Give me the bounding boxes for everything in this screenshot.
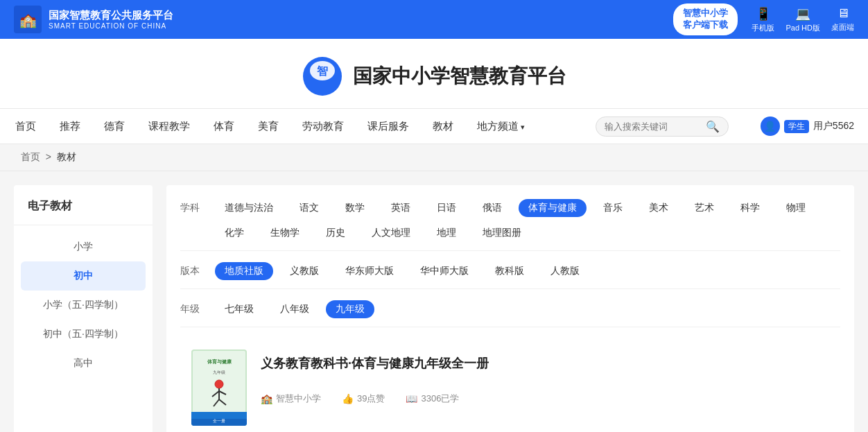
client-download-button[interactable]: 智慧中小学 客户端下载 bbox=[673, 3, 738, 35]
platform-links: 📱 手机版 💻 Pad HD版 🖥 桌面端 bbox=[752, 6, 854, 33]
book-title: 义务教育教科书·体育与健康九年级全一册 bbox=[261, 355, 829, 372]
filter-tag-hznu[interactable]: 华中师大版 bbox=[410, 262, 478, 280]
filter-tag-music[interactable]: 音乐 bbox=[593, 199, 632, 217]
mobile-icon: 📱 bbox=[756, 6, 771, 21]
filter-tag-fine-arts[interactable]: 美术 bbox=[639, 199, 678, 217]
filter-tag-grade7[interactable]: 七年级 bbox=[215, 300, 263, 318]
sidebar-item-middle[interactable]: 初中 bbox=[21, 261, 146, 291]
filter-tag-grade9[interactable]: 九年级 bbox=[326, 300, 374, 318]
filter-tag-geology[interactable]: 地质社版 bbox=[215, 262, 273, 280]
search-input[interactable] bbox=[605, 121, 702, 132]
svg-text:九年级: 九年级 bbox=[213, 370, 225, 374]
publisher-icon: 🏫 bbox=[261, 393, 272, 404]
filter-tag-chinese[interactable]: 语文 bbox=[290, 199, 329, 217]
logo-text: 国家智慧教育公共服务平台 SMART EDUCATION OF CHINA bbox=[49, 8, 173, 31]
top-bar: 🏫 国家智慧教育公共服务平台 SMART EDUCATION OF CHINA … bbox=[0, 0, 868, 39]
filter-row-version: 版本 地质社版 义教版 华东师大版 华中师大版 教科版 人教版 bbox=[180, 262, 840, 289]
filter-tags-subject: 道德与法治 语文 数学 英语 日语 俄语 体育与健康 音乐 美术 艺术 科学 物… bbox=[215, 199, 840, 242]
nav-item-moral[interactable]: 德育 bbox=[103, 120, 126, 133]
filter-tag-moral-law[interactable]: 道德与法治 bbox=[215, 199, 283, 217]
avatar: 👤 bbox=[761, 116, 780, 136]
filter-tag-geoatlas[interactable]: 地理图册 bbox=[473, 224, 531, 242]
desktop-link[interactable]: 🖥 桌面端 bbox=[831, 6, 854, 33]
book-publisher: 🏫 智慧中小学 bbox=[261, 392, 321, 405]
svg-text:全一册: 全一册 bbox=[213, 419, 225, 423]
sidebar-item-primary[interactable]: 小学 bbox=[14, 232, 153, 261]
nav-item-recommend[interactable]: 推荐 bbox=[58, 120, 82, 133]
filter-tag-arts[interactable]: 艺术 bbox=[685, 199, 724, 217]
filter-tag-russian[interactable]: 俄语 bbox=[473, 199, 512, 217]
filter-tag-chemistry[interactable]: 化学 bbox=[215, 224, 254, 242]
nav-item-textbook[interactable]: 教材 bbox=[431, 120, 455, 133]
logo-icon: 🏫 bbox=[14, 6, 42, 33]
book-likes: 👍 39点赞 bbox=[342, 392, 385, 405]
nav-item-local[interactable]: 地方频道 bbox=[476, 120, 526, 133]
sidebar-items: 小学 初中 小学（五·四学制） 初中（五·四学制） 高中 bbox=[14, 225, 153, 385]
filter-row-subject: 学科 道德与法治 语文 数学 英语 日语 俄语 体育与健康 音乐 美术 艺术 科… bbox=[180, 199, 840, 251]
filter-tag-renjiао[interactable]: 人教版 bbox=[541, 262, 589, 280]
filter-row-grade: 年级 七年级 八年级 九年级 bbox=[180, 300, 840, 327]
filter-label-subject: 学科 bbox=[180, 202, 201, 214]
pad-icon: 💻 bbox=[795, 6, 810, 21]
svg-text:智: 智 bbox=[316, 65, 328, 77]
nav-item-sports[interactable]: 体育 bbox=[212, 120, 236, 133]
svg-point-11 bbox=[215, 380, 223, 388]
filter-label-version: 版本 bbox=[180, 265, 201, 277]
book-learners: 📖 3306已学 bbox=[406, 392, 459, 405]
hero-title: 国家中小学智慧教育平台 bbox=[353, 63, 566, 89]
filter-tag-biology[interactable]: 生物学 bbox=[261, 224, 309, 242]
filter-tag-math[interactable]: 数学 bbox=[336, 199, 374, 217]
mobile-link[interactable]: 📱 手机版 bbox=[752, 6, 774, 33]
top-bar-right: 智慧中小学 客户端下载 📱 手机版 💻 Pad HD版 🖥 桌面端 bbox=[673, 3, 854, 35]
filter-tags-grade: 七年级 八年级 九年级 bbox=[215, 300, 374, 318]
breadcrumb-home[interactable]: 首页 bbox=[21, 151, 40, 162]
nav-item-arts[interactable]: 美育 bbox=[257, 120, 280, 133]
sidebar-item-middle-54[interactable]: 初中（五·四学制） bbox=[14, 320, 153, 349]
nav-item-course[interactable]: 课程教学 bbox=[147, 120, 191, 133]
user-area: 👤 学生 用户5562 bbox=[761, 116, 854, 136]
filter-tag-yijiao[interactable]: 义教版 bbox=[280, 262, 329, 280]
hero-logo-icon: 智 bbox=[302, 55, 343, 97]
svg-text:🏫: 🏫 bbox=[19, 12, 37, 28]
filter-tag-science[interactable]: 科学 bbox=[731, 199, 770, 217]
user-name: 用户5562 bbox=[813, 120, 854, 132]
book-item[interactable]: 体育与健康 九年级 全一册 义务教育教科书·体育与健康九年级全一册 bbox=[180, 338, 840, 432]
filter-label-grade: 年级 bbox=[180, 303, 201, 316]
user-badge: 学生 bbox=[784, 120, 809, 133]
nav-item-labor[interactable]: 劳动教育 bbox=[301, 120, 345, 133]
nav-item-home[interactable]: 首页 bbox=[14, 120, 37, 133]
sidebar-item-primary-54[interactable]: 小学（五·四学制） bbox=[14, 291, 153, 320]
like-icon: 👍 bbox=[342, 393, 354, 404]
breadcrumb-current: 教材 bbox=[57, 151, 76, 162]
filter-tag-grade8[interactable]: 八年级 bbox=[270, 300, 319, 318]
sidebar-title: 电子教材 bbox=[14, 199, 153, 225]
filter-tag-history[interactable]: 历史 bbox=[316, 224, 355, 242]
main-container: 电子教材 小学 初中 小学（五·四学制） 初中（五·四学制） 高中 学科 道德与… bbox=[0, 171, 868, 432]
book-info: 义务教育教科书·体育与健康九年级全一册 🏫 智慧中小学 👍 39点赞 📖 bbox=[261, 349, 829, 426]
filter-tag-jiaoke[interactable]: 教科版 bbox=[485, 262, 534, 280]
filter-area: 学科 道德与法治 语文 数学 英语 日语 俄语 体育与健康 音乐 美术 艺术 科… bbox=[166, 185, 854, 432]
nav-item-afterschool[interactable]: 课后服务 bbox=[366, 120, 410, 133]
filter-tag-physics[interactable]: 物理 bbox=[776, 199, 815, 217]
search-box[interactable]: 🔍 bbox=[596, 116, 729, 137]
book-meta: 🏫 智慧中小学 👍 39点赞 📖 3306已学 bbox=[261, 392, 829, 405]
sidebar-item-high[interactable]: 高中 bbox=[14, 349, 153, 378]
search-icon[interactable]: 🔍 bbox=[706, 120, 720, 133]
svg-text:体育与健康: 体育与健康 bbox=[207, 358, 232, 365]
hero-section: 智 国家中小学智慧教育平台 bbox=[0, 39, 868, 109]
nav-bar: 首页 推荐 德育 课程教学 体育 美育 劳动教育 课后服务 教材 地方频道 🔍 … bbox=[0, 109, 868, 144]
breadcrumb: 首页 > 教材 bbox=[0, 144, 868, 171]
sidebar: 电子教材 小学 初中 小学（五·四学制） 初中（五·四学制） 高中 bbox=[14, 185, 153, 432]
pad-link[interactable]: 💻 Pad HD版 bbox=[785, 6, 820, 33]
nav-inner: 首页 推荐 德育 课程教学 体育 美育 劳动教育 课后服务 教材 地方频道 🔍 … bbox=[0, 109, 868, 144]
filter-tag-english[interactable]: 英语 bbox=[381, 199, 420, 217]
filter-tags-version: 地质社版 义教版 华东师大版 华中师大版 教科版 人教版 bbox=[215, 262, 589, 280]
logo-area: 🏫 国家智慧教育公共服务平台 SMART EDUCATION OF CHINA bbox=[14, 6, 173, 33]
filter-tag-japanese[interactable]: 日语 bbox=[427, 199, 466, 217]
book-cover: 体育与健康 九年级 全一册 bbox=[191, 349, 247, 426]
filter-tag-pe[interactable]: 体育与健康 bbox=[519, 199, 587, 217]
filter-tag-humgeo[interactable]: 人文地理 bbox=[362, 224, 420, 242]
learner-icon: 📖 bbox=[406, 393, 417, 404]
filter-tag-hdu[interactable]: 华东师大版 bbox=[336, 262, 403, 280]
filter-tag-geography[interactable]: 地理 bbox=[427, 224, 466, 242]
